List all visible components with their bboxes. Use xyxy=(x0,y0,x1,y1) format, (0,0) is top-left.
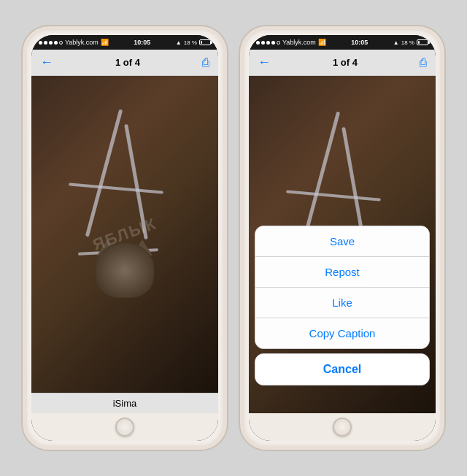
phone-right: Yablyk.com 📶 10:05 ▲ 18 % ← 1 of 4 ⎙ xyxy=(240,26,444,450)
share-button-right[interactable]: ⎙ xyxy=(420,56,427,69)
status-bar-left: Yablyk.com 📶 10:05 ▲ 18 % xyxy=(31,35,218,50)
photo-caption-left: iSima xyxy=(31,393,218,413)
share-button[interactable]: ⎙ xyxy=(202,56,209,69)
nav-bar-left: ← 1 of 4 ⎙ xyxy=(31,50,218,76)
action-sheet: Save Repost Like Copy Caption xyxy=(255,226,430,349)
home-button-wrap-left xyxy=(31,413,218,441)
battery-percent-right: 18 % xyxy=(401,39,414,46)
signal-dots xyxy=(39,41,63,45)
signal-dots-right xyxy=(256,41,280,45)
battery-percent: 18 % xyxy=(184,39,197,46)
signal-arrow: ▲ xyxy=(176,39,182,46)
signal-arrow-right: ▲ xyxy=(393,39,399,46)
action-sheet-cancel-group: Cancel xyxy=(255,353,430,385)
home-button-right[interactable] xyxy=(333,418,352,437)
clock-right: 10:05 xyxy=(351,39,368,46)
back-button[interactable]: ← xyxy=(40,55,53,70)
photo-area-left: ЯБЛЫК xyxy=(31,76,218,393)
action-like[interactable]: Like xyxy=(255,288,429,318)
action-cancel[interactable]: Cancel xyxy=(255,354,429,385)
nav-title-right: 1 of 4 xyxy=(333,57,358,68)
battery-icon-right xyxy=(417,39,428,45)
action-save[interactable]: Save xyxy=(255,226,429,257)
home-button-wrap-right xyxy=(249,413,436,441)
carrier-name: Yablyk.com xyxy=(65,39,99,46)
cat-face xyxy=(96,243,154,298)
nav-bar-right: ← 1 of 4 ⎙ xyxy=(249,50,436,76)
nav-title: 1 of 4 xyxy=(115,57,140,68)
status-bar-right: Yablyk.com 📶 10:05 ▲ 18 % xyxy=(249,35,436,50)
carrier-name-right: Yablyk.com xyxy=(282,39,316,46)
battery-icon xyxy=(199,39,211,45)
wifi-icon: 📶 xyxy=(101,39,109,46)
clock: 10:05 xyxy=(134,39,150,46)
back-button-right[interactable]: ← xyxy=(258,55,271,70)
phone-left: Yablyk.com 📶 10:05 ▲ 18 % ← 1 of 4 ⎙ xyxy=(23,26,227,450)
action-sheet-overlay: Save Repost Like Copy Caption Cancel xyxy=(249,226,436,385)
photo-area-right: ЯБЛЫК Save Repost Like Copy Caption Canc… xyxy=(249,76,436,413)
wifi-icon-right: 📶 xyxy=(318,39,326,46)
action-repost[interactable]: Repost xyxy=(255,257,429,288)
action-copy-caption[interactable]: Copy Caption xyxy=(255,318,429,348)
home-button-left[interactable] xyxy=(115,418,134,437)
